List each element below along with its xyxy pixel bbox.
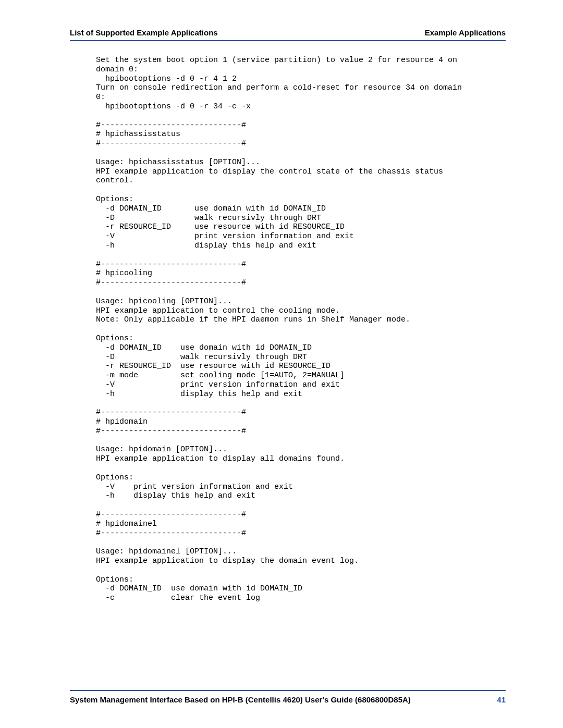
header-left: List of Supported Example Applications: [70, 28, 218, 37]
header-right: Example Applications: [425, 28, 506, 37]
header-bar: List of Supported Example Applications E…: [70, 28, 506, 41]
page-number: 41: [497, 695, 506, 704]
footer-text: System Management Interface Based on HPI…: [70, 695, 411, 704]
page: List of Supported Example Applications E…: [0, 0, 563, 728]
footer-bar: System Management Interface Based on HPI…: [70, 690, 506, 704]
code-block: Set the system boot option 1 (service pa…: [96, 56, 506, 603]
